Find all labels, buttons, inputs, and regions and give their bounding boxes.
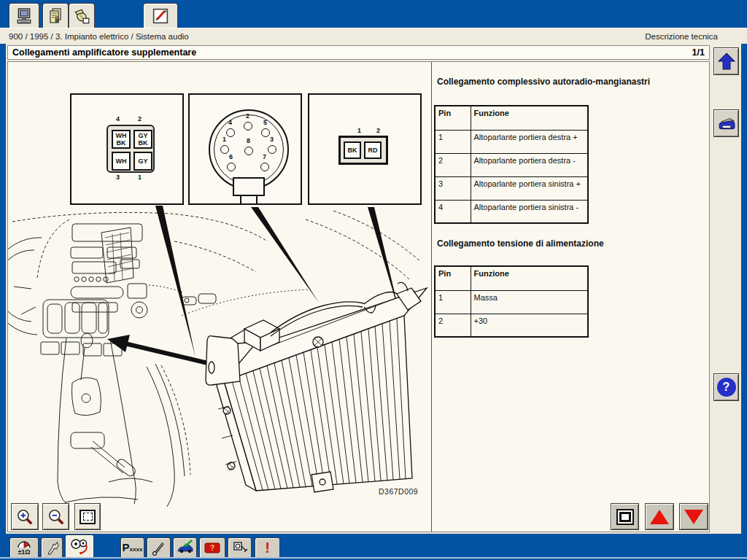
- din-pin-label: 6: [229, 153, 233, 160]
- content-panel: 4 2 WH BK GY BK WH GY 3 1 2: [7, 61, 710, 532]
- title-strip: Collegamenti amplificatore supplementare…: [7, 45, 710, 60]
- din-pin: [220, 145, 229, 154]
- connector-cell: RD: [364, 141, 382, 159]
- col-header-pin: Pin: [435, 106, 471, 130]
- table-row: 1 Massa: [435, 290, 588, 314]
- connector-cell: WH: [112, 152, 131, 171]
- breadcrumb-bar: 900 / 1995 / 3. Impianto elettrico / Sis…: [0, 28, 747, 44]
- din-pin: [227, 163, 236, 171]
- thermometer-icon: [150, 539, 168, 556]
- tab-tools[interactable]: [41, 537, 63, 558]
- svg-text:?: ?: [210, 544, 214, 552]
- previous-page-button[interactable]: [645, 503, 674, 530]
- car-arrow-icon: [176, 539, 195, 556]
- din-pin-label: 3: [270, 136, 274, 143]
- tab-adjustment-selected[interactable]: [65, 534, 94, 558]
- zoom-select-button[interactable]: [74, 503, 101, 530]
- connector-cell: BK: [344, 141, 361, 159]
- din-pin-label: 4: [228, 119, 232, 126]
- tab-electrical-values[interactable]: ±1Ω: [9, 537, 39, 558]
- wrench-icon: [44, 539, 60, 556]
- col-header-funzione: Funzione: [471, 266, 588, 290]
- pin-function-table-2: Pin Funzione 1 Massa 2 +30: [434, 265, 589, 338]
- din-pin-label: 7: [263, 153, 266, 160]
- section-heading: Collegamento complessivo autoradio-mangi…: [437, 77, 650, 87]
- tab-measurements[interactable]: [147, 537, 171, 558]
- tab-battery-info[interactable]: ?: [199, 537, 225, 558]
- din-pin: [244, 147, 253, 155]
- connector-cell: WH BK: [112, 130, 131, 149]
- din-pin: [268, 145, 276, 154]
- pin-number: 4: [116, 115, 120, 122]
- section-label: Descrizione tecnica: [645, 32, 747, 41]
- din-pin-label: 1: [222, 136, 226, 143]
- table-row: 2 Altoparlante portiera destra -: [435, 153, 588, 176]
- col-header-pin: Pin: [435, 266, 471, 290]
- din-pin-label: 8: [247, 137, 250, 144]
- zoom-out-icon: [47, 508, 66, 526]
- main-frame: Collegamenti amplificatore supplementare…: [6, 44, 741, 534]
- pin-number: 1: [357, 127, 361, 134]
- help-button[interactable]: ?: [713, 373, 739, 401]
- detail-box-2pin: 1 2 BK RD: [308, 93, 422, 205]
- col-header-funzione: Funzione: [471, 106, 588, 130]
- table-row: 1 Altoparlante portiera destra +: [435, 130, 588, 153]
- zoom-out-button[interactable]: [42, 503, 69, 530]
- tab-documents[interactable]: [42, 3, 69, 28]
- tab-connections[interactable]: [228, 537, 252, 558]
- drawing-code-label: D367D009: [379, 487, 418, 496]
- red-up-triangle-icon: [650, 510, 669, 524]
- tab-service[interactable]: [69, 3, 95, 28]
- battery-question-icon: ?: [203, 539, 222, 556]
- din-pin: [244, 122, 252, 131]
- page-indicator: 1/1: [692, 47, 709, 58]
- din-keyway: [233, 177, 265, 196]
- fit-view-button[interactable]: [611, 503, 639, 530]
- din-pin: [226, 128, 235, 137]
- table-row: 4 Altoparlante portiera sinistra -: [435, 200, 588, 223]
- tab-notes[interactable]: [143, 3, 178, 28]
- din-pin-label: 2: [246, 112, 249, 120]
- detail-box-4pin: 4 2 WH BK GY BK WH GY 3 1: [70, 93, 184, 205]
- connector-diagram-icon: [231, 539, 249, 556]
- din-pin: [260, 163, 269, 171]
- section-heading: Collegamento tensione di alimentazione: [437, 238, 604, 249]
- din-pin: [261, 128, 270, 137]
- connector-cell: GY: [133, 152, 152, 171]
- breadcrumb: 900 / 1995 / 3. Impianto elettrico / Sis…: [0, 32, 645, 41]
- edit-note-icon: [150, 6, 171, 26]
- print-button[interactable]: [713, 109, 739, 137]
- table-row: 2 +30: [435, 314, 588, 337]
- detail-box-din: 2 4 5 1 8 3 6 7: [188, 93, 302, 205]
- pxxxx-icon: P xxxx: [123, 542, 143, 553]
- zoom-in-button[interactable]: [11, 503, 39, 530]
- panel-divider: [431, 62, 432, 532]
- pin-function-table-1: Pin Funzione 1 Altoparlante portiera des…: [434, 105, 589, 224]
- exclamation-icon: !: [265, 540, 270, 556]
- navigate-up-button[interactable]: [713, 47, 739, 75]
- zoom-in-icon: [15, 508, 34, 526]
- tab-vehicle-functions[interactable]: [173, 537, 197, 558]
- documents-icon: [47, 7, 64, 26]
- marquee-dark-icon: [616, 509, 634, 525]
- printer-icon: [716, 114, 737, 133]
- computer-icon: [15, 7, 34, 26]
- din-keyway-tab: [240, 196, 258, 205]
- hand-icon: [72, 7, 91, 26]
- bottom-edge-line: [0, 557, 747, 559]
- wis-application-window: { "window": { "breadcrumb": "900 / 1995 …: [0, 0, 747, 560]
- amplifier-drawing: [206, 282, 427, 492]
- tab-workstation[interactable]: [9, 3, 39, 28]
- tab-warnings[interactable]: !: [255, 537, 280, 558]
- gears-arrow-icon: [69, 537, 90, 555]
- tab-fault-codes[interactable]: P xxxx: [120, 537, 144, 558]
- marquee-icon: [80, 510, 96, 524]
- page-title: Collegamenti amplificatore supplementare: [8, 47, 692, 58]
- red-down-triangle-icon: [684, 510, 703, 524]
- pin-number: 2: [138, 115, 142, 122]
- next-page-button[interactable]: [679, 503, 708, 530]
- gauge-icon: [17, 540, 31, 548]
- din-pin-label: 5: [263, 119, 267, 126]
- connector-cell: GY BK: [133, 130, 152, 149]
- help-icon: ?: [717, 378, 736, 397]
